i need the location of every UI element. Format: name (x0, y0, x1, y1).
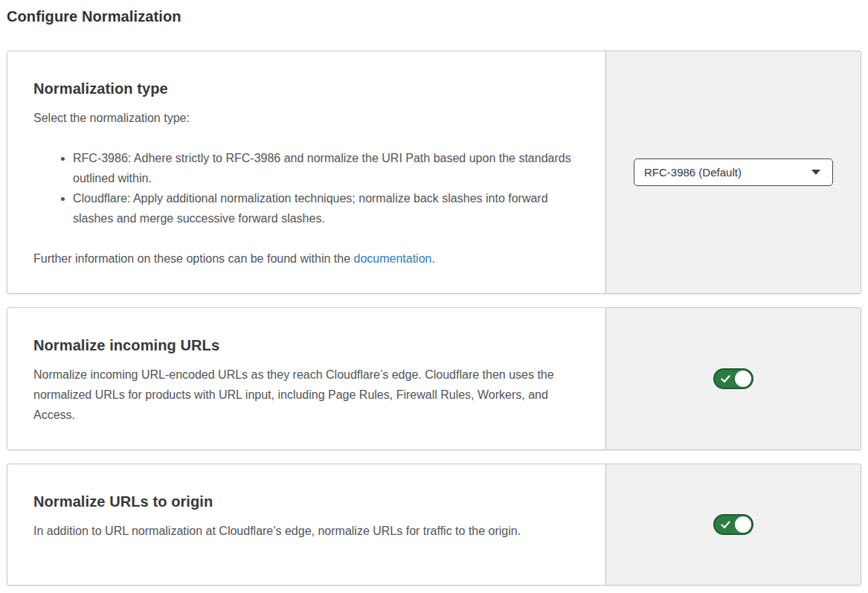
toggle-knob (735, 516, 751, 533)
card-normalize-incoming-urls-content: Normalize incoming URLs Normalize incomi… (7, 308, 605, 449)
normalization-type-select[interactable]: RFC-3986 (Default) (634, 158, 833, 186)
footer-text-suffix: . (431, 252, 434, 265)
card-normalize-incoming-urls-side-panel (605, 308, 861, 449)
card-normalize-incoming-urls: Normalize incoming URLs Normalize incomi… (7, 307, 861, 450)
further-information-text: Further information on these options can… (33, 249, 583, 269)
normalize-urls-to-origin-toggle[interactable] (713, 514, 753, 535)
card-normalization-type: Normalization type Select the normalizat… (7, 51, 861, 294)
card-normalize-urls-to-origin-side-panel (605, 464, 861, 585)
card-heading: Normalize incoming URLs (33, 335, 583, 356)
normalize-incoming-urls-toggle[interactable] (713, 368, 753, 389)
list-item-rfc3986: RFC-3986: Adhere strictly to RFC-3986 an… (73, 148, 583, 188)
list-item-cloudflare: Cloudflare: Apply additional normalizati… (73, 188, 583, 228)
card-normalize-urls-to-origin-content: Normalize URLs to origin In addition to … (7, 464, 605, 585)
card-normalization-type-content: Normalization type Select the normalizat… (7, 51, 605, 293)
normalize-incoming-urls-description: Normalize incoming URL-encoded URLs as t… (33, 365, 583, 425)
normalize-urls-to-origin-description: In addition to URL normalization at Clou… (33, 521, 583, 541)
checkmark-icon (721, 375, 730, 383)
footer-text-prefix: Further information on these options can… (33, 252, 353, 265)
normalization-type-options-list: RFC-3986: Adhere strictly to RFC-3986 an… (33, 148, 583, 228)
checkmark-icon (721, 521, 730, 529)
card-normalize-urls-to-origin: Normalize URLs to origin In addition to … (7, 464, 861, 586)
normalization-type-select-value: RFC-3986 (Default) (644, 166, 742, 179)
toggle-knob (735, 371, 751, 387)
documentation-link[interactable]: documentation (353, 252, 431, 265)
normalization-type-intro: Select the normalization type: (33, 108, 583, 128)
card-normalization-type-side-panel: RFC-3986 (Default) (605, 51, 861, 293)
dropdown-caret-icon (811, 170, 820, 175)
card-heading: Normalization type (33, 78, 583, 99)
page-title: Configure Normalization (7, 7, 861, 27)
card-heading: Normalize URLs to origin (33, 491, 583, 512)
configure-normalization-page: Configure Normalization Normalization ty… (0, 0, 868, 586)
